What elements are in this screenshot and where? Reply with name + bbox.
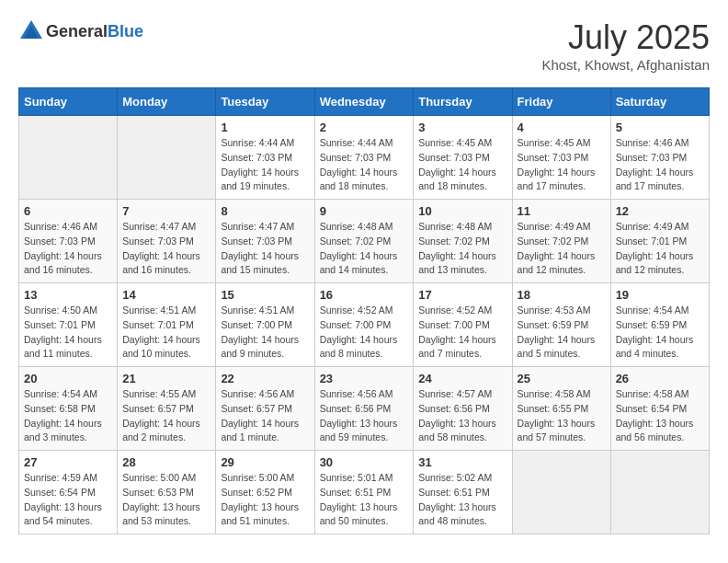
day-detail: Sunrise: 4:50 AMSunset: 7:01 PMDaylight:…: [24, 304, 112, 362]
calendar-cell: 24Sunrise: 4:57 AMSunset: 6:56 PMDayligh…: [414, 367, 512, 451]
day-detail: Sunrise: 4:48 AMSunset: 7:02 PMDaylight:…: [418, 220, 506, 278]
day-number: 6: [24, 204, 112, 218]
day-of-week-wednesday: Wednesday: [314, 88, 414, 116]
day-detail: Sunrise: 4:57 AMSunset: 6:56 PMDaylight:…: [418, 387, 506, 445]
calendar-cell: 11Sunrise: 4:49 AMSunset: 7:02 PMDayligh…: [512, 200, 610, 283]
calendar-cell: 5Sunrise: 4:46 AMSunset: 7:03 PMDaylight…: [610, 116, 709, 200]
day-number: 1: [221, 121, 309, 134]
calendar-cell: 19Sunrise: 4:54 AMSunset: 6:59 PMDayligh…: [610, 283, 709, 367]
week-row-2: 6Sunrise: 4:46 AMSunset: 7:03 PMDaylight…: [19, 200, 710, 283]
logo-general: General: [46, 22, 108, 40]
day-detail: Sunrise: 5:00 AMSunset: 6:53 PMDaylight:…: [122, 471, 210, 529]
day-detail: Sunrise: 4:51 AMSunset: 7:00 PMDaylight:…: [221, 304, 309, 362]
calendar-cell: [118, 116, 216, 200]
calendar-cell: 28Sunrise: 5:00 AMSunset: 6:53 PMDayligh…: [118, 451, 216, 534]
calendar-cell: 1Sunrise: 4:44 AMSunset: 7:03 PMDaylight…: [216, 116, 314, 200]
day-detail: Sunrise: 5:01 AMSunset: 6:51 PMDaylight:…: [320, 471, 409, 529]
calendar-header: SundayMondayTuesdayWednesdayThursdayFrid…: [19, 88, 710, 116]
day-number: 22: [221, 372, 309, 385]
day-detail: Sunrise: 4:54 AMSunset: 6:58 PMDaylight:…: [24, 387, 112, 445]
calendar-cell: 7Sunrise: 4:47 AMSunset: 7:03 PMDaylight…: [118, 200, 216, 283]
day-detail: Sunrise: 4:56 AMSunset: 6:57 PMDaylight:…: [221, 387, 309, 445]
day-detail: Sunrise: 4:49 AMSunset: 7:02 PMDaylight:…: [518, 220, 606, 278]
week-row-1: 1Sunrise: 4:44 AMSunset: 7:03 PMDaylight…: [19, 116, 710, 200]
calendar-cell: 29Sunrise: 5:00 AMSunset: 6:52 PMDayligh…: [216, 451, 314, 534]
day-detail: Sunrise: 4:44 AMSunset: 7:03 PMDaylight:…: [320, 136, 409, 194]
calendar-cell: 3Sunrise: 4:45 AMSunset: 7:03 PMDaylight…: [414, 116, 512, 200]
day-of-week-thursday: Thursday: [414, 88, 512, 116]
day-number: 2: [320, 121, 409, 134]
day-of-week-friday: Friday: [512, 88, 610, 116]
day-detail: Sunrise: 5:00 AMSunset: 6:52 PMDaylight:…: [221, 471, 309, 529]
calendar-cell: 20Sunrise: 4:54 AMSunset: 6:58 PMDayligh…: [19, 367, 118, 451]
day-number: 15: [221, 288, 309, 302]
day-number: 11: [518, 204, 606, 218]
day-detail: Sunrise: 4:53 AMSunset: 6:59 PMDaylight:…: [518, 304, 606, 362]
days-of-week-row: SundayMondayTuesdayWednesdayThursdayFrid…: [19, 88, 710, 116]
day-number: 12: [616, 204, 704, 218]
day-number: 17: [418, 288, 506, 302]
day-number: 3: [418, 121, 506, 134]
logo-icon: [18, 18, 44, 44]
day-number: 30: [320, 455, 409, 469]
day-number: 25: [518, 372, 606, 385]
calendar-cell: 18Sunrise: 4:53 AMSunset: 6:59 PMDayligh…: [512, 283, 610, 367]
day-number: 8: [221, 204, 309, 218]
calendar-cell: 16Sunrise: 4:52 AMSunset: 7:00 PMDayligh…: [314, 283, 414, 367]
calendar-cell: 26Sunrise: 4:58 AMSunset: 6:54 PMDayligh…: [610, 367, 709, 451]
day-number: 13: [24, 288, 112, 302]
day-detail: Sunrise: 4:44 AMSunset: 7:03 PMDaylight:…: [221, 136, 309, 194]
calendar-cell: 21Sunrise: 4:55 AMSunset: 6:57 PMDayligh…: [118, 367, 216, 451]
calendar-cell: 31Sunrise: 5:02 AMSunset: 6:51 PMDayligh…: [414, 451, 512, 534]
month-year: July 2025: [541, 18, 710, 57]
calendar-cell: 23Sunrise: 4:56 AMSunset: 6:56 PMDayligh…: [314, 367, 414, 451]
day-of-week-tuesday: Tuesday: [216, 88, 314, 116]
day-number: 24: [418, 372, 506, 385]
calendar-cell: [512, 451, 610, 534]
day-detail: Sunrise: 4:55 AMSunset: 6:57 PMDaylight:…: [122, 387, 210, 445]
calendar-cell: 14Sunrise: 4:51 AMSunset: 7:01 PMDayligh…: [118, 283, 216, 367]
day-number: 23: [320, 372, 409, 385]
location: Khost, Khowst, Afghanistan: [541, 57, 710, 73]
calendar-cell: [610, 451, 709, 534]
calendar-cell: 4Sunrise: 4:45 AMSunset: 7:03 PMDaylight…: [512, 116, 610, 200]
day-number: 9: [320, 204, 409, 218]
day-detail: Sunrise: 4:59 AMSunset: 6:54 PMDaylight:…: [24, 471, 112, 529]
day-detail: Sunrise: 4:45 AMSunset: 7:03 PMDaylight:…: [518, 136, 606, 194]
calendar-table: SundayMondayTuesdayWednesdayThursdayFrid…: [18, 87, 710, 534]
calendar-cell: 27Sunrise: 4:59 AMSunset: 6:54 PMDayligh…: [19, 451, 118, 534]
day-detail: Sunrise: 4:48 AMSunset: 7:02 PMDaylight:…: [320, 220, 409, 278]
week-row-3: 13Sunrise: 4:50 AMSunset: 7:01 PMDayligh…: [19, 283, 710, 367]
logo: GeneralBlue: [18, 18, 143, 44]
calendar-cell: 8Sunrise: 4:47 AMSunset: 7:03 PMDaylight…: [216, 200, 314, 283]
calendar-cell: 25Sunrise: 4:58 AMSunset: 6:55 PMDayligh…: [512, 367, 610, 451]
day-number: 10: [418, 204, 506, 218]
day-number: 28: [122, 455, 210, 469]
day-number: 26: [616, 372, 704, 385]
week-row-4: 20Sunrise: 4:54 AMSunset: 6:58 PMDayligh…: [19, 367, 710, 451]
day-detail: Sunrise: 4:51 AMSunset: 7:01 PMDaylight:…: [122, 304, 210, 362]
day-number: 31: [418, 455, 506, 469]
day-detail: Sunrise: 4:45 AMSunset: 7:03 PMDaylight:…: [418, 136, 506, 194]
calendar-cell: 6Sunrise: 4:46 AMSunset: 7:03 PMDaylight…: [19, 200, 118, 283]
day-number: 14: [122, 288, 210, 302]
day-detail: Sunrise: 5:02 AMSunset: 6:51 PMDaylight:…: [418, 471, 506, 529]
day-number: 27: [24, 455, 112, 469]
calendar-cell: 13Sunrise: 4:50 AMSunset: 7:01 PMDayligh…: [19, 283, 118, 367]
day-detail: Sunrise: 4:49 AMSunset: 7:01 PMDaylight:…: [616, 220, 704, 278]
day-detail: Sunrise: 4:54 AMSunset: 6:59 PMDaylight:…: [616, 304, 704, 362]
calendar-cell: 17Sunrise: 4:52 AMSunset: 7:00 PMDayligh…: [414, 283, 512, 367]
day-detail: Sunrise: 4:56 AMSunset: 6:56 PMDaylight:…: [320, 387, 409, 445]
day-number: 18: [518, 288, 606, 302]
day-detail: Sunrise: 4:46 AMSunset: 7:03 PMDaylight:…: [24, 220, 112, 278]
day-number: 21: [122, 372, 210, 385]
day-detail: Sunrise: 4:46 AMSunset: 7:03 PMDaylight:…: [616, 136, 704, 194]
page-header: GeneralBlue July 2025 Khost, Khowst, Afg…: [18, 18, 710, 73]
day-number: 19: [616, 288, 704, 302]
day-of-week-monday: Monday: [118, 88, 216, 116]
day-number: 20: [24, 372, 112, 385]
day-number: 29: [221, 455, 309, 469]
logo-blue: Blue: [108, 22, 143, 40]
calendar-cell: 10Sunrise: 4:48 AMSunset: 7:02 PMDayligh…: [414, 200, 512, 283]
calendar-cell: 30Sunrise: 5:01 AMSunset: 6:51 PMDayligh…: [314, 451, 414, 534]
